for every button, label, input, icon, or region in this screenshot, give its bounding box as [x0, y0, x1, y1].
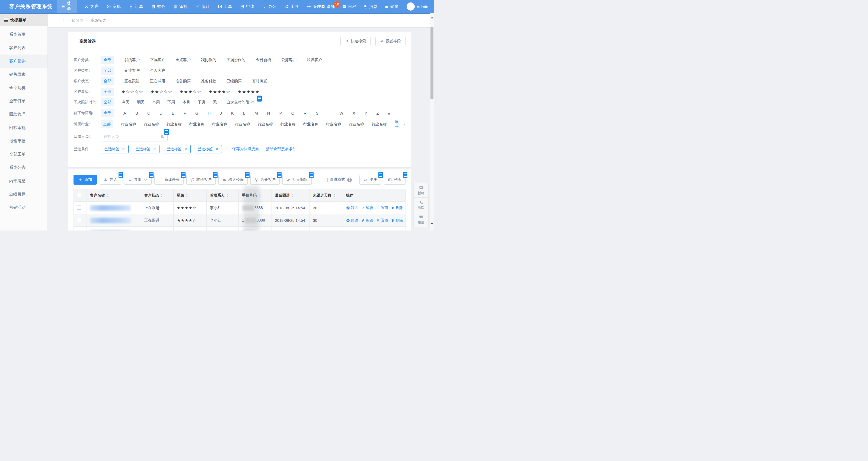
action-置顶[interactable]: 置顶 — [376, 218, 388, 223]
scrollbar-thumb[interactable] — [431, 27, 433, 99]
letter-filter-C[interactable]: C — [147, 111, 150, 115]
redacted-customer-name[interactable] — [90, 230, 131, 231]
selected-tag-chip[interactable]: 已选标签✕ — [194, 145, 222, 153]
filter-option[interactable]: 今天 — [122, 100, 129, 105]
redacted-customer-name[interactable] — [90, 218, 131, 223]
filter-all-chip[interactable]: 全部 — [101, 120, 113, 128]
action-删除[interactable]: 删除 — [391, 218, 403, 223]
star-filter-5[interactable]: ★★★★★ — [238, 89, 259, 95]
owner-select-input[interactable]: 选择人员 — [101, 132, 167, 141]
toolbar-button-导入[interactable]: 导入 — [99, 175, 121, 184]
nav-item-审批[interactable]: 审批 — [173, 4, 187, 9]
letter-filter-P[interactable]: P — [279, 111, 282, 115]
star-filter-2[interactable]: ★★☆☆☆ — [150, 89, 172, 95]
filter-option[interactable]: 行业名称 — [212, 122, 227, 127]
action-置顶[interactable]: 置顶 — [376, 205, 388, 210]
breadcrumb-item[interactable]: 高级筛选 — [91, 18, 106, 23]
sidebar-item-系统公告[interactable]: 系统公告 — [0, 161, 48, 174]
filter-all-chip[interactable]: 全部 — [101, 98, 114, 107]
action-跟进[interactable]: 跟进 — [346, 205, 358, 210]
action-编辑[interactable]: 编辑 — [361, 205, 373, 210]
sort-carets[interactable] — [186, 194, 188, 197]
letter-filter-G[interactable]: G — [195, 111, 198, 115]
filter-all-chip[interactable]: 全部 — [101, 88, 114, 96]
nav-item-申请[interactable]: 申请 — [240, 4, 254, 9]
letter-filter-J[interactable]: J — [220, 111, 222, 115]
letter-filter-X[interactable]: X — [352, 111, 355, 115]
selected-tag-chip[interactable]: 已选标签✕ — [163, 145, 191, 153]
filter-option[interactable]: 已经购买 — [226, 79, 242, 84]
sidebar-item-销售线索[interactable]: 销售线索 — [0, 68, 48, 81]
sidebar-item-全部工单[interactable]: 全部工单 — [0, 148, 48, 161]
sidebar-gear-icon[interactable] — [32, 18, 36, 22]
nav-item-锁屏[interactable]: 锁屏 — [384, 4, 399, 9]
back-icon[interactable] — [411, 19, 415, 23]
nav-item-消息[interactable]: 消息 — [363, 4, 377, 9]
sidebar-item-全部订单[interactable]: 全部订单 — [0, 94, 48, 108]
letter-filter-E[interactable]: E — [172, 111, 175, 115]
quick-search-button[interactable]: 快速搜索 — [340, 37, 371, 46]
filter-option[interactable]: 准备付款 — [201, 79, 216, 84]
filter-option[interactable]: 下周 — [167, 100, 175, 105]
filter-option[interactable]: 行业名称 — [258, 122, 273, 127]
sidebar-item-全部商机[interactable]: 全部商机 — [0, 81, 48, 94]
selected-tag-chip[interactable]: 已选标签✕ — [132, 145, 160, 153]
filter-option[interactable]: 重点客户 — [176, 58, 191, 62]
letter-filter-F[interactable]: F — [184, 111, 186, 115]
letter-filter-L[interactable]: L — [243, 111, 245, 115]
quick-新建-button[interactable]: 新建 — [413, 183, 429, 198]
filter-option[interactable]: 我协作的 — [201, 58, 216, 62]
set-fields-button[interactable]: 设置字段 — [375, 37, 405, 46]
action-删除[interactable]: 删除 — [391, 205, 403, 210]
filter-option[interactable]: 本周 — [152, 100, 160, 105]
sidebar-item-内部消息[interactable]: 内部消息 — [0, 174, 48, 188]
letter-filter-A[interactable]: A — [123, 111, 126, 115]
filter-all-chip[interactable]: 全部 — [101, 66, 114, 75]
nav-item-事项[interactable]: 事项50 — [321, 4, 335, 9]
nav-item-商机[interactable]: 商机 — [106, 4, 121, 9]
nav-item-订单[interactable]: 订单 — [129, 4, 143, 9]
sort-carets[interactable] — [258, 194, 260, 197]
filter-option[interactable]: 行业名称 — [144, 122, 159, 127]
toolbar-button-合并客户[interactable]: 合并客户 — [250, 175, 280, 184]
filter-option[interactable]: 本月 — [183, 100, 190, 105]
letter-filter-T[interactable]: T — [328, 111, 330, 115]
filter-option[interactable]: 我的客户 — [124, 58, 140, 62]
filter-option[interactable]: 行业名称 — [166, 122, 182, 127]
filter-option[interactable]: 正在试用 — [150, 79, 165, 84]
filter-option[interactable]: 下属协作的 — [226, 58, 246, 62]
letter-filter-B[interactable]: B — [135, 111, 138, 115]
filter-all-chip[interactable]: 全部 — [101, 56, 114, 64]
hamburger-icon[interactable] — [4, 19, 8, 22]
menu-toggle-button[interactable]: 菜单 — [57, 0, 77, 13]
tag-remove-icon[interactable]: ✕ — [184, 147, 187, 151]
letter-filter-Z[interactable]: Z — [376, 111, 379, 115]
sidebar-item-客户列表[interactable]: 客户列表 — [0, 41, 48, 55]
nav-item-工具[interactable]: 工具 — [284, 4, 299, 9]
filter-option[interactable]: 行业名称 — [235, 122, 250, 127]
nav-item-客户[interactable]: 客户 — [84, 4, 98, 9]
star-filter-4[interactable]: ★★★★☆ — [209, 89, 230, 95]
expand-industries-link[interactable]: 展开 — [395, 119, 405, 129]
quick-短信-button[interactable]: 短信 — [413, 212, 429, 227]
letter-filter-#[interactable]: # — [388, 111, 390, 115]
filter-all-chip[interactable]: 全部 — [101, 77, 114, 85]
row-checkbox[interactable] — [77, 205, 81, 210]
nav-item-统计[interactable]: 统计 — [195, 4, 210, 9]
sort-carets[interactable] — [226, 194, 228, 197]
letter-filter-S[interactable]: S — [316, 111, 318, 115]
filter-option[interactable]: 行业名称 — [189, 122, 205, 127]
sort-button[interactable]: 排序 — [360, 175, 381, 184]
tag-remove-icon[interactable]: ✕ — [215, 147, 218, 151]
sidebar-item-系统首页[interactable]: 系统首页 — [0, 28, 48, 41]
sidebar-item-报销审批[interactable]: 报销审批 — [0, 135, 48, 148]
sort-carets[interactable] — [333, 194, 335, 197]
sidebar-item-回款审批[interactable]: 回款审批 — [0, 121, 48, 135]
toolbar-button-批量编辑[interactable]: 批量编辑 — [282, 175, 312, 184]
action-跟进[interactable]: 跟进 — [346, 218, 358, 223]
redacted-customer-name[interactable] — [90, 205, 131, 211]
letter-filter-N[interactable]: N — [267, 111, 270, 115]
sidebar-item-回款管理[interactable]: 回款管理 — [0, 108, 48, 121]
custom-time-range[interactable]: 自定义时间段 — [226, 100, 255, 105]
scroll-up-arrow[interactable] — [431, 15, 433, 19]
